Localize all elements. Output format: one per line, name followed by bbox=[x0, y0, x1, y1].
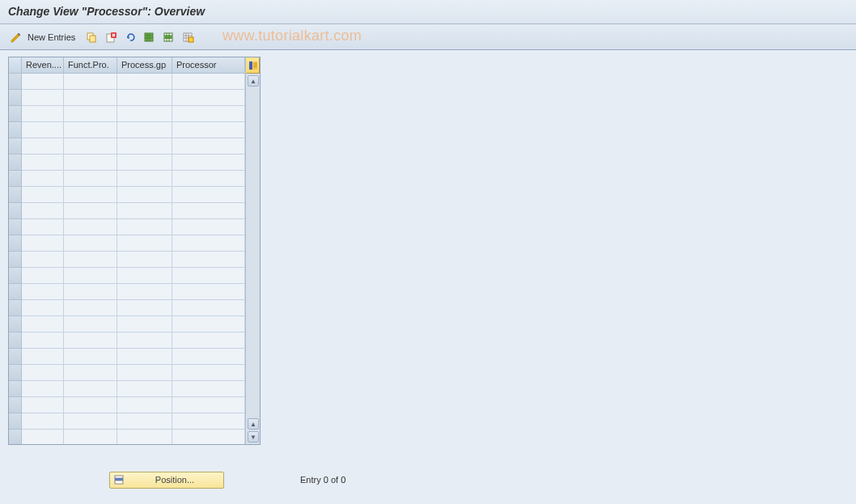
column-header-process-gp[interactable]: Process.gp bbox=[117, 57, 172, 74]
data-cell[interactable] bbox=[117, 413, 172, 430]
data-cell[interactable] bbox=[172, 365, 245, 381]
scroll-down-icon[interactable]: ▼ bbox=[248, 431, 259, 443]
data-cell[interactable] bbox=[64, 219, 117, 235]
data-cell[interactable] bbox=[117, 106, 172, 122]
data-cell[interactable] bbox=[22, 90, 64, 106]
data-cell[interactable] bbox=[117, 122, 172, 138]
data-cell[interactable] bbox=[172, 155, 245, 171]
data-cell[interactable] bbox=[22, 300, 64, 316]
data-cell[interactable] bbox=[172, 381, 245, 397]
data-cell[interactable] bbox=[117, 252, 172, 268]
data-cell[interactable] bbox=[117, 90, 172, 106]
data-cell[interactable] bbox=[22, 203, 64, 219]
row-selector[interactable] bbox=[9, 381, 22, 397]
data-cell[interactable] bbox=[64, 365, 117, 381]
data-cell[interactable] bbox=[117, 138, 172, 155]
data-cell[interactable] bbox=[22, 106, 64, 122]
data-cell[interactable] bbox=[172, 332, 245, 349]
data-cell[interactable] bbox=[117, 187, 172, 203]
data-cell[interactable] bbox=[172, 74, 245, 90]
row-selector[interactable] bbox=[9, 268, 22, 284]
data-cell[interactable] bbox=[172, 138, 245, 155]
row-selector[interactable] bbox=[9, 365, 22, 381]
data-cell[interactable] bbox=[64, 381, 117, 397]
row-selector[interactable] bbox=[9, 155, 22, 171]
data-cell[interactable] bbox=[22, 413, 64, 430]
data-cell[interactable] bbox=[172, 284, 245, 300]
data-cell[interactable] bbox=[172, 397, 245, 413]
data-cell[interactable] bbox=[64, 284, 117, 300]
row-selector[interactable] bbox=[9, 203, 22, 219]
data-cell[interactable] bbox=[172, 122, 245, 138]
data-cell[interactable] bbox=[22, 268, 64, 284]
data-cell[interactable] bbox=[64, 106, 117, 122]
data-cell[interactable] bbox=[172, 349, 245, 365]
data-cell[interactable] bbox=[64, 316, 117, 332]
data-cell[interactable] bbox=[64, 397, 117, 413]
data-cell[interactable] bbox=[22, 122, 64, 138]
data-cell[interactable] bbox=[117, 365, 172, 381]
data-cell[interactable] bbox=[22, 171, 64, 187]
data-cell[interactable] bbox=[64, 203, 117, 219]
data-cell[interactable] bbox=[64, 74, 117, 90]
row-selector[interactable] bbox=[9, 90, 22, 106]
data-cell[interactable] bbox=[172, 187, 245, 203]
row-selector[interactable] bbox=[9, 430, 22, 444]
data-cell[interactable] bbox=[172, 252, 245, 268]
data-cell[interactable] bbox=[172, 413, 245, 430]
data-cell[interactable] bbox=[64, 235, 117, 252]
data-cell[interactable] bbox=[172, 106, 245, 122]
select-all-icon[interactable] bbox=[142, 29, 158, 45]
data-cell[interactable] bbox=[117, 300, 172, 316]
data-cell[interactable] bbox=[172, 219, 245, 235]
column-header-revenue[interactable]: Reven.... bbox=[22, 57, 64, 74]
data-cell[interactable] bbox=[22, 219, 64, 235]
column-header-funct-pro[interactable]: Funct.Pro. bbox=[64, 57, 117, 74]
data-cell[interactable] bbox=[117, 430, 172, 444]
data-cell[interactable] bbox=[22, 397, 64, 413]
row-selector[interactable] bbox=[9, 122, 22, 138]
data-cell[interactable] bbox=[64, 349, 117, 365]
row-selector[interactable] bbox=[9, 235, 22, 252]
data-cell[interactable] bbox=[172, 171, 245, 187]
data-cell[interactable] bbox=[117, 397, 172, 413]
undo-icon[interactable] bbox=[122, 29, 138, 45]
data-cell[interactable] bbox=[64, 268, 117, 284]
data-cell[interactable] bbox=[22, 316, 64, 332]
data-cell[interactable] bbox=[117, 316, 172, 332]
deselect-all-icon[interactable] bbox=[180, 29, 197, 45]
data-cell[interactable] bbox=[172, 300, 245, 316]
row-selector[interactable] bbox=[9, 397, 22, 413]
row-selector[interactable] bbox=[9, 138, 22, 155]
data-cell[interactable] bbox=[64, 187, 117, 203]
data-cell[interactable] bbox=[22, 365, 64, 381]
data-cell[interactable] bbox=[117, 381, 172, 397]
data-cell[interactable] bbox=[64, 430, 117, 444]
data-cell[interactable] bbox=[172, 203, 245, 219]
data-cell[interactable] bbox=[22, 138, 64, 155]
row-selector[interactable] bbox=[9, 74, 22, 90]
data-cell[interactable] bbox=[22, 430, 64, 444]
row-selector[interactable] bbox=[9, 316, 22, 332]
data-cell[interactable] bbox=[22, 332, 64, 349]
data-cell[interactable] bbox=[117, 203, 172, 219]
data-cell[interactable] bbox=[22, 235, 64, 252]
row-selector[interactable] bbox=[9, 106, 22, 122]
data-cell[interactable] bbox=[22, 74, 64, 90]
data-cell[interactable] bbox=[172, 268, 245, 284]
data-cell[interactable] bbox=[172, 90, 245, 106]
row-selector[interactable] bbox=[9, 300, 22, 316]
data-cell[interactable] bbox=[172, 235, 245, 252]
row-selector[interactable] bbox=[9, 219, 22, 235]
new-entries-button[interactable]: New Entries bbox=[26, 30, 82, 44]
row-selector[interactable] bbox=[9, 252, 22, 268]
data-cell[interactable] bbox=[64, 138, 117, 155]
data-cell[interactable] bbox=[172, 316, 245, 332]
data-cell[interactable] bbox=[22, 284, 64, 300]
data-cell[interactable] bbox=[22, 252, 64, 268]
row-selector[interactable] bbox=[9, 187, 22, 203]
data-cell[interactable] bbox=[117, 284, 172, 300]
data-cell[interactable] bbox=[117, 74, 172, 90]
data-cell[interactable] bbox=[64, 332, 117, 349]
data-cell[interactable] bbox=[64, 171, 117, 187]
